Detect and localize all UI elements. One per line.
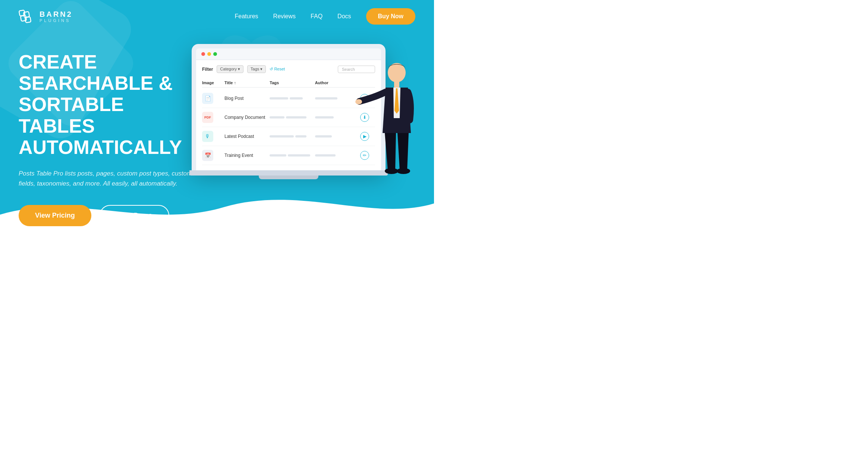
hero-content: CREATE SEARCHABLE & SORTABLE TABLES AUTO… <box>0 33 434 226</box>
th-tags: Tags <box>270 80 315 85</box>
svg-point-8 <box>397 168 410 174</box>
svg-point-6 <box>355 99 362 104</box>
logo[interactable]: BARN2 PLUGINS <box>19 8 73 25</box>
nav-reviews[interactable]: Reviews <box>273 13 296 20</box>
svg-rect-5 <box>394 81 399 88</box>
hero-left: CREATE SEARCHABLE & SORTABLE TABLES AUTO… <box>19 44 199 226</box>
filter-label: Filter <box>202 67 213 72</box>
row-icon-4: 📅 <box>202 150 213 161</box>
row-icon-3: 🎙 <box>202 131 213 142</box>
table-row: 📅 Training Event ✏ <box>202 146 375 165</box>
row-tags-1 <box>270 97 315 99</box>
logo-plugins: PLUGINS <box>40 18 73 23</box>
row-tags-4 <box>270 154 315 157</box>
row-icon-2: PDF <box>202 112 213 123</box>
view-demo-button[interactable]: View Demo <box>100 205 170 226</box>
svg-point-7 <box>385 168 398 174</box>
nav-links: Features Reviews FAQ Docs Buy Now <box>235 8 415 25</box>
dot-red <box>201 52 205 56</box>
table-header: Image Title ↑ Tags Author <box>202 78 375 88</box>
th-title[interactable]: Title ↑ <box>224 80 270 85</box>
hero-title: CREATE SEARCHABLE & SORTABLE TABLES AUTO… <box>19 51 199 158</box>
reset-filter[interactable]: ↺ Reset <box>270 67 285 72</box>
logo-barn2: BARN2 <box>40 10 73 18</box>
dot-green <box>213 52 217 56</box>
dot-yellow <box>207 52 211 56</box>
row-title-4: Training Event <box>224 153 270 158</box>
hero-title-line1: CREATE SEARCHABLE & <box>19 51 173 94</box>
navbar: BARN2 PLUGINS Features Reviews FAQ Docs … <box>0 0 434 33</box>
hero-description: Posts Table Pro lists posts, pages, cust… <box>19 168 198 189</box>
row-icon-1: 📄 <box>202 93 213 104</box>
nav-docs[interactable]: Docs <box>337 13 351 20</box>
tags-filter-btn[interactable]: Tags ▾ <box>247 65 266 73</box>
category-filter-btn[interactable]: Category ▾ <box>217 65 243 73</box>
view-pricing-button[interactable]: View Pricing <box>19 205 91 226</box>
table-row: PDF Company Document ⬇ <box>202 108 375 127</box>
hero-buttons: View Pricing View Demo <box>19 205 199 226</box>
row-title-1: Blog Post <box>224 96 270 101</box>
logo-icon <box>19 8 35 25</box>
row-title-3: Latest Podcast <box>224 134 270 139</box>
buy-now-button[interactable]: Buy Now <box>366 8 415 25</box>
laptop-stand <box>259 176 318 179</box>
person-illustration <box>352 59 427 187</box>
nav-faq[interactable]: FAQ <box>311 13 323 20</box>
row-tags-3 <box>270 135 315 138</box>
row-title-2: Company Document <box>224 115 270 120</box>
hero-title-line2: SORTABLE TABLES <box>19 94 124 136</box>
hero-section: BARN2 PLUGINS Features Reviews FAQ Docs … <box>0 0 434 237</box>
filter-row: Filter Category ▾ Tags ▾ ↺ Reset Search <box>202 65 375 73</box>
svg-point-4 <box>388 63 406 82</box>
hero-title-line3: AUTOMATICALLY <box>19 136 182 158</box>
row-tags-2 <box>270 116 315 118</box>
hero-right: Filter Category ▾ Tags ▾ ↺ Reset Search … <box>199 44 415 179</box>
nav-features[interactable]: Features <box>235 13 258 20</box>
table-row: 📄 Blog Post ✏ <box>202 89 375 108</box>
table-row: 🎙 Latest Podcast ▶ <box>202 127 375 146</box>
th-image: Image <box>202 80 224 85</box>
logo-text: BARN2 PLUGINS <box>40 10 73 23</box>
